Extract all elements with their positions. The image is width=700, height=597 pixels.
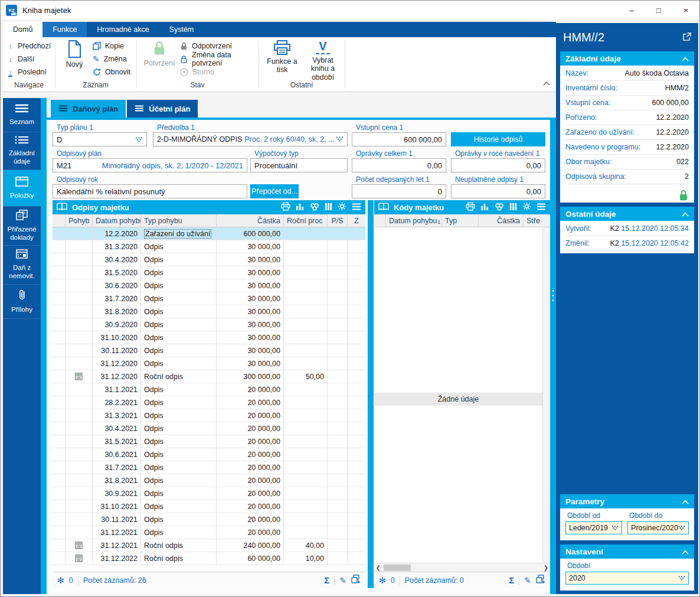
table-cell[interactable]: [328, 240, 348, 253]
edit-icon[interactable]: ✎: [339, 576, 346, 585]
edit-record-button[interactable]: ✎ Změna: [93, 53, 135, 66]
table-cell[interactable]: [53, 474, 66, 487]
table-cell[interactable]: 31.3.2020: [93, 240, 141, 253]
table-cell[interactable]: 12.2.2020: [93, 227, 141, 240]
table-cell[interactable]: [53, 279, 66, 292]
table-cell[interactable]: [328, 318, 348, 331]
table-cell[interactable]: [284, 240, 328, 253]
table-cell[interactable]: 30.4.2020: [93, 253, 141, 266]
dropdown-icon[interactable]: [678, 524, 685, 532]
section-header[interactable]: Parametry: [560, 494, 694, 508]
table-cell[interactable]: [348, 552, 365, 565]
last-record-button[interactable]: ↓ Poslední: [6, 66, 54, 79]
table-cell[interactable]: 10,00: [284, 552, 328, 565]
predvolba-field[interactable]: 2-D-MIMOŘÁDNÝ ODPIS Proc. 2 roky 60/40, …: [153, 132, 348, 146]
minimize-button[interactable]: –: [618, 1, 645, 19]
table-cell[interactable]: [328, 526, 348, 539]
chevron-up-icon[interactable]: [682, 54, 689, 63]
table-cell[interactable]: 31.12.2022: [93, 552, 141, 565]
panel-splitter-right[interactable]: [550, 118, 556, 594]
sidebar-item-prirazene-doklady[interactable]: Přiřazené doklady: [3, 207, 41, 246]
table-cell[interactable]: 30 000,00: [217, 344, 284, 357]
table-cell[interactable]: [348, 305, 365, 318]
table-cell[interactable]: [284, 513, 328, 526]
gears-icon[interactable]: [310, 203, 319, 213]
table-cell[interactable]: 30.11.2020: [93, 344, 141, 357]
table-cell[interactable]: 30.9.2020: [93, 318, 141, 331]
sidebar-item-dan-z-nemovitosti[interactable]: Daň z nemovit.: [3, 246, 41, 285]
table-cell[interactable]: 30 000,00: [217, 331, 284, 344]
table-cell[interactable]: [284, 487, 328, 500]
table-cell[interactable]: [348, 227, 365, 240]
sidebar-item-prilohy[interactable]: Přílohy: [3, 285, 41, 319]
table-cell[interactable]: 20 000,00: [217, 526, 284, 539]
table-cell[interactable]: [284, 318, 328, 331]
tab-ucetni-plan[interactable]: Účetní plán: [127, 100, 198, 118]
table-cell[interactable]: [53, 500, 66, 513]
table-cell[interactable]: 30 000,00: [217, 253, 284, 266]
table-cell[interactable]: [66, 370, 93, 383]
chevron-up-icon[interactable]: [682, 497, 689, 506]
table-cell[interactable]: [53, 461, 66, 474]
table-cell[interactable]: [66, 513, 93, 526]
table-row[interactable]: 12.2.2020Zařazení do užívání600 000,00: [53, 227, 365, 240]
table-cell[interactable]: 31.3.2021: [93, 409, 141, 422]
table-cell[interactable]: 30.9.2021: [93, 487, 141, 500]
table-cell[interactable]: [53, 370, 66, 383]
section-header[interactable]: Základní údaje: [560, 51, 694, 66]
table-cell[interactable]: [53, 552, 66, 565]
odpisovy-plan-field[interactable]: M21 Mimořádný odpis, sk. 2, 1/2020 - 12/…: [53, 158, 247, 172]
table-cell[interactable]: [284, 253, 328, 266]
copy-add-icon[interactable]: [351, 575, 361, 586]
functions-print-button[interactable]: Funkce a tisk: [264, 40, 300, 74]
table-cell[interactable]: 20 000,00: [217, 500, 284, 513]
vstupni-cena-field[interactable]: 600 000,00: [352, 132, 446, 146]
table-cell[interactable]: [328, 370, 348, 383]
table-row[interactable]: 30.4.2021Odpis20 000,00: [53, 422, 365, 435]
table-cell[interactable]: [53, 513, 66, 526]
table-cell[interactable]: [328, 422, 348, 435]
scroll-left-arrow[interactable]: ❮: [374, 565, 382, 571]
table-cell[interactable]: 30.4.2021: [93, 422, 141, 435]
table-cell[interactable]: [328, 474, 348, 487]
table-cell[interactable]: 30.6.2020: [93, 279, 141, 292]
table-row[interactable]: 31.10.2021Odpis20 000,00: [53, 500, 365, 513]
table-cell[interactable]: [53, 526, 66, 539]
table-cell[interactable]: [348, 474, 365, 487]
table-row[interactable]: 31.8.2020Odpis30 000,00: [53, 305, 365, 318]
cancel-storno-button[interactable]: Storno: [180, 66, 258, 79]
table-cell[interactable]: [284, 435, 328, 448]
ribbon-tab-domu[interactable]: Domů: [3, 22, 42, 37]
table-cell[interactable]: 20 000,00: [217, 435, 284, 448]
close-button[interactable]: ×: [672, 1, 699, 19]
tab-danovy-plan[interactable]: Daňový plán: [51, 100, 126, 118]
table-row[interactable]: 31.8.2021Odpis20 000,00: [53, 474, 365, 487]
prepocet-button[interactable]: Přepočet od...: [250, 184, 299, 198]
table-cell[interactable]: 30 000,00: [217, 240, 284, 253]
table-cell[interactable]: Odpis: [141, 344, 217, 357]
table-cell[interactable]: [328, 292, 348, 305]
columns-icon[interactable]: [509, 203, 517, 213]
table-cell[interactable]: 31.12.2020: [93, 370, 141, 383]
table-cell[interactable]: 31.10.2021: [93, 500, 141, 513]
table-cell[interactable]: 31.12.2021: [93, 526, 141, 539]
table-row[interactable]: 28.2.2021Odpis20 000,00: [53, 396, 365, 409]
table-cell[interactable]: [66, 396, 93, 409]
table-cell[interactable]: [66, 344, 93, 357]
table-cell[interactable]: [284, 396, 328, 409]
table-cell[interactable]: [328, 357, 348, 370]
copy-record-button[interactable]: Kopie: [93, 40, 135, 53]
table-cell[interactable]: 30 000,00: [217, 292, 284, 305]
typ-planu-field[interactable]: D: [53, 132, 147, 146]
table-cell[interactable]: [328, 253, 348, 266]
table-cell[interactable]: [66, 292, 93, 305]
table-cell[interactable]: 20 000,00: [217, 396, 284, 409]
table-cell[interactable]: Odpis: [141, 448, 217, 461]
table-cell[interactable]: [53, 422, 66, 435]
obdobi-do-dropdown[interactable]: Prosinec/2020: [627, 521, 689, 534]
table-row[interactable]: 31.12.2020Roční odpis300 000,0050,00: [53, 370, 365, 383]
table-cell[interactable]: 30 000,00: [217, 266, 284, 279]
table-cell[interactable]: 30.6.2021: [93, 448, 141, 461]
table-cell[interactable]: [348, 292, 365, 305]
table-cell[interactable]: [284, 422, 328, 435]
